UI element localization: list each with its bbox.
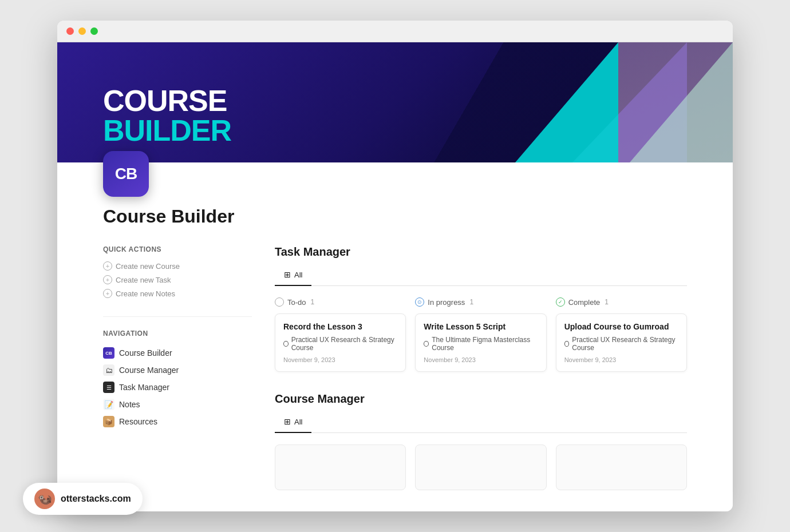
task-manager-tabs: ⊞ All [275,265,687,286]
task-column-todo: To-do 1 Record the Lesson 3 Practical UX… [275,297,406,372]
browser-body: COURSE BUILDER CB Course Builder Quick A… [57,42,733,511]
todo-column-header: To-do 1 [275,297,406,307]
task-column-in-progress: ⊙ In progress 1 Write Lesson 5 Script Th… [415,297,546,372]
hero-builder-word: BUILDER [103,116,231,145]
main-area: Task Manager ⊞ All [275,245,687,490]
task-manager-section: Task Manager ⊞ All [275,245,687,372]
plus-icon-task: + [103,275,112,284]
footer-badge: 🦦 otterstacks.com [23,483,143,515]
nav-label-course-builder: Course Builder [119,348,172,358]
quick-action-create-course[interactable]: + Create new Course [103,259,252,273]
traffic-light-yellow[interactable] [78,27,86,35]
course-card-2[interactable] [415,444,546,490]
in-progress-label: In progress [428,298,465,307]
task-course-dot-upload [564,341,570,347]
content-grid: Quick Actions + Create new Course + Crea… [103,245,687,490]
course-card-3[interactable] [556,444,687,490]
task-course-name-upload: Practical UX Research & Strategy Course [572,336,678,352]
complete-status-icon: ✓ [556,297,565,307]
tm-icon: ☰ [103,382,114,393]
task-column-complete: ✓ Complete 1 Upload Course to Gumroad Pr… [556,297,687,372]
traffic-light-red[interactable] [66,27,74,35]
browser-chrome [57,21,733,42]
task-course-write: The Ultimate Figma Masterclass Course [424,336,538,352]
course-manager-title: Course Manager [275,392,687,406]
task-name-write: Write Lesson 5 Script [424,322,538,331]
shape-mint [630,42,733,162]
task-card-upload[interactable]: Upload Course to Gumroad Practical UX Re… [556,313,687,372]
cb-icon: CB [103,347,114,359]
sidebar-item-resources[interactable]: 📦 Resources [103,413,252,430]
hero-banner: COURSE BUILDER [57,42,733,162]
quick-actions-title: Quick Actions [103,245,252,253]
tab-all-label: All [294,271,302,279]
in-progress-column-header: ⊙ In progress 1 [415,297,546,307]
task-board: To-do 1 Record the Lesson 3 Practical UX… [275,297,687,372]
sidebar-item-notes[interactable]: 📝 Notes [103,396,252,413]
task-name-record: Record the Lesson 3 [283,322,397,331]
task-date-write: November 9, 2023 [424,356,538,363]
task-course-name-write: The Ultimate Figma Masterclass Course [432,336,538,352]
course-card-1[interactable] [275,444,406,490]
nav-label-course-manager: Course Manager [119,366,179,375]
sidebar: Quick Actions + Create new Course + Crea… [103,245,252,490]
tab-all-tasks[interactable]: ⊞ All [275,265,311,286]
hero-text: COURSE BUILDER [103,86,231,145]
nav-label-task-manager: Task Manager [119,383,169,392]
task-course-name-record: Practical UX Research & Strategy Course [291,336,398,352]
footer-domain: otterstacks.com [61,494,131,504]
sidebar-item-task-manager[interactable]: ☰ Task Manager [103,379,252,396]
task-card-write-script[interactable]: Write Lesson 5 Script The Ultimate Figma… [415,313,546,372]
complete-count: 1 [605,298,609,306]
plus-icon-notes: + [103,289,112,298]
task-course-dot-write [424,341,429,347]
nav-title: Navigation [103,329,252,338]
task-name-upload: Upload Course to Gumroad [564,322,678,331]
task-card-record-lesson[interactable]: Record the Lesson 3 Practical UX Researc… [275,313,406,372]
task-course-record: Practical UX Research & Strategy Course [283,336,397,352]
quick-action-task-label: Create new Task [116,276,171,284]
sidebar-item-course-builder[interactable]: CB Course Builder [103,344,252,362]
main-content: CB Course Builder Quick Actions + Create… [57,151,733,511]
course-manager-tabs: ⊞ All [275,412,687,433]
tab-all-courses-label: All [294,418,302,426]
course-manager-section: Course Manager ⊞ All [275,392,687,490]
sidebar-divider [103,316,252,317]
quick-action-create-notes[interactable]: + Create new Notes [103,287,252,300]
rs-icon: 📦 [103,416,114,427]
todo-count: 1 [311,298,315,306]
in-progress-status-icon: ⊙ [415,297,424,307]
course-grid [275,444,687,490]
quick-action-create-task[interactable]: + Create new Task [103,273,252,287]
task-course-dot [283,341,289,347]
quick-action-course-label: Create new Course [116,262,180,271]
quick-actions-list: + Create new Course + Create new Task + … [103,259,252,300]
app-logo-initials: CB [115,165,137,183]
task-date-upload: November 9, 2023 [564,356,678,363]
hero-course-word: COURSE [103,86,231,116]
in-progress-count: 1 [469,298,473,306]
cm-icon: 🗂 [103,364,114,376]
nav-label-resources: Resources [119,417,157,426]
page-title: Course Builder [103,206,687,227]
hero-shapes [429,42,733,162]
plus-icon-course: + [103,261,112,271]
traffic-light-green[interactable] [90,27,98,35]
complete-column-header: ✓ Complete 1 [556,297,687,307]
tab-all-courses[interactable]: ⊞ All [275,412,311,433]
task-course-upload: Practical UX Research & Strategy Course [564,336,678,352]
sidebar-item-course-manager[interactable]: 🗂 Course Manager [103,362,252,379]
tab-all-courses-icon: ⊞ [284,417,291,426]
nt-icon: 📝 [103,399,114,410]
otter-avatar: 🦦 [34,489,55,509]
todo-label: To-do [287,298,306,307]
browser-window: COURSE BUILDER CB Course Builder Quick A… [57,21,733,511]
quick-action-notes-label: Create new Notes [116,289,175,298]
task-manager-title: Task Manager [275,245,687,259]
nav-list: CB Course Builder 🗂 Course Manager ☰ Tas… [103,344,252,430]
nav-label-notes: Notes [119,400,140,409]
shape-teal [515,42,618,162]
task-date-record: November 9, 2023 [283,356,397,363]
todo-status-icon [275,297,284,307]
tab-all-icon: ⊞ [284,270,291,279]
